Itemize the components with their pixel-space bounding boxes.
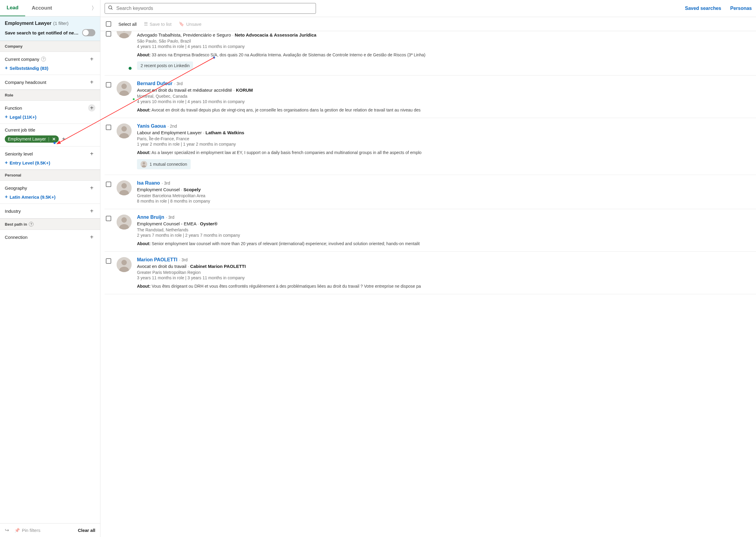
about-text: About: Avocat en droit du travail depuis…	[137, 107, 756, 112]
location: Paris, Île-de-France, France	[137, 136, 756, 141]
section-personal: Personal	[0, 170, 100, 181]
add-filter-button[interactable]: +	[88, 184, 95, 191]
about-text: About: Vous êtes dirigeant ou DRH et vou…	[137, 284, 756, 289]
company-name[interactable]: Cabinet Marion PAOLETTI	[190, 264, 246, 269]
svg-point-15	[121, 183, 127, 188]
result-checkbox[interactable]	[106, 82, 111, 88]
svg-point-12	[143, 162, 145, 165]
location: The Randstad, Netherlands	[137, 227, 756, 232]
action-bar: Select all ☰ Save to list 🔖 Unsave	[101, 17, 756, 31]
filter-value-geography[interactable]: + Latin America (9.5K+)	[5, 194, 95, 200]
job-title: Avocat en droit du travail · Cabinet Mar…	[137, 264, 756, 269]
connection-degree: · 3rd	[179, 257, 188, 262]
save-search-toggle[interactable]	[82, 29, 95, 36]
company-name[interactable]: Neto Advocacia & Assessoria Jurídica	[235, 32, 316, 37]
add-filter-button[interactable]: +	[88, 56, 95, 62]
result-checkbox[interactable]	[106, 258, 111, 264]
location: Montreal, Quebec, Canada	[137, 94, 756, 99]
avatar[interactable]	[117, 123, 132, 139]
connection-degree: · 2nd	[168, 124, 177, 129]
avatar[interactable]	[117, 257, 132, 272]
filter-value-function[interactable]: + Legal (11K+)	[5, 114, 95, 120]
saved-searches-link[interactable]: Saved searches	[685, 6, 721, 11]
svg-line-1	[111, 8, 112, 10]
location: Greater Barcelona Metropolitan Area	[137, 193, 756, 198]
add-filter-button[interactable]: +	[88, 207, 95, 215]
result-row: Yanis Gaoua · 2ndLabour and Employment L…	[105, 118, 756, 175]
section-company: Company	[0, 41, 100, 52]
search-icon	[108, 5, 113, 12]
filter-value-seniority[interactable]: + Entry Level (9.5K+)	[5, 160, 95, 166]
avatar[interactable]	[117, 31, 132, 38]
presence-online-icon	[128, 66, 132, 70]
job-title: Employment Counsel · Scopely	[137, 187, 756, 192]
pin-filters-button[interactable]: 📌 Pin filters	[15, 528, 40, 533]
filter-headcount: Company headcount +	[0, 75, 100, 90]
add-filter-button[interactable]: +	[88, 233, 95, 241]
help-icon[interactable]: ?	[41, 57, 46, 62]
filter-label: Current company	[5, 57, 39, 62]
add-chip-button[interactable]: +	[62, 136, 65, 143]
search-box[interactable]	[105, 3, 316, 14]
filter-label: Geography	[5, 186, 27, 190]
avatar[interactable]	[117, 215, 132, 229]
unsave-button: 🔖 Unsave	[179, 21, 201, 27]
avatar[interactable]	[117, 181, 132, 195]
sidebar: Lead Account 〉 Employment Lawyer (1 filt…	[0, 0, 101, 537]
result-badge[interactable]: 2 recent posts on Linkedin	[137, 62, 193, 70]
location: São Paulo, São Paulo, Brazil	[137, 39, 756, 43]
filter-industry: Industry +	[0, 204, 100, 219]
filter-label: Industry	[5, 209, 21, 214]
svg-point-9	[121, 126, 127, 132]
job-title: Labour and Employment Lawyer · Latham & …	[137, 130, 756, 135]
save-search-notify-label: Save search to get notified of new re...	[5, 30, 79, 35]
pin-label: Pin filters	[22, 528, 40, 533]
section-role: Role	[0, 90, 100, 101]
result-row: Bernard Dufour · 3rdAvocat en droit du t…	[105, 75, 756, 118]
filter-geography: Geography + + Latin America (9.5K+)	[0, 181, 100, 204]
select-all-checkbox[interactable]	[106, 21, 111, 27]
result-checkbox[interactable]	[106, 182, 111, 187]
tenure: 2 years 7 months in role | 2 years 7 mon…	[137, 233, 756, 238]
filter-connection: Connection +	[0, 230, 100, 244]
filter-current-company: Current company ? + + Selbstständig (83)	[0, 52, 100, 75]
tenure: 3 years 11 months in role | 3 years 11 m…	[137, 275, 756, 280]
select-all-label: Select all	[118, 21, 137, 27]
person-name-link[interactable]: Marion PAOLETTI	[137, 257, 178, 263]
result-row: Isa Ruano · 3rdEmployment Counsel · Scop…	[105, 175, 756, 209]
connection-degree: · 3rd	[162, 181, 170, 186]
filter-chip-employment-lawyer[interactable]: Employment Lawyer | ✕	[5, 136, 59, 143]
person-name-link[interactable]: Bernard Dufour	[137, 81, 172, 86]
company-name[interactable]: KORUM	[236, 88, 253, 93]
filter-seniority: Seniority level + + Entry Level (9.5K+)	[0, 146, 100, 170]
person-name-link[interactable]: Yanis Gaoua	[137, 123, 166, 129]
connection-degree: · 3rd	[166, 215, 175, 220]
company-name[interactable]: Scopely	[184, 187, 201, 192]
tab-account[interactable]: Account	[25, 0, 59, 16]
personas-link[interactable]: Personas	[730, 6, 752, 11]
svg-point-0	[108, 6, 112, 9]
chevron-right-icon[interactable]: 〉	[88, 5, 100, 12]
company-name[interactable]: Oyster®	[200, 221, 218, 226]
result-checkbox[interactable]	[106, 216, 111, 221]
add-filter-button[interactable]: +	[88, 104, 95, 111]
avatar[interactable]	[117, 81, 132, 96]
result-checkbox[interactable]	[106, 125, 111, 130]
pin-icon: 📌	[15, 528, 20, 533]
result-badge[interactable]: 1 mutual connection	[137, 159, 190, 169]
person-name-link[interactable]: Anne Bruijn	[137, 215, 164, 220]
redo-icon[interactable]: ↪	[5, 527, 9, 533]
tab-lead[interactable]: Lead	[0, 0, 25, 16]
results-list[interactable]: Advogado Trabalhista, Previdenciário e S…	[101, 31, 756, 537]
remove-chip-icon[interactable]: ✕	[52, 137, 56, 142]
result-checkbox[interactable]	[106, 31, 111, 37]
search-input[interactable]	[116, 6, 313, 11]
result-row: Advogado Trabalhista, Previdenciário e S…	[105, 31, 756, 75]
add-filter-button[interactable]: +	[88, 150, 95, 157]
filter-value-current-company[interactable]: + Selbstständig (83)	[5, 65, 95, 71]
company-name[interactable]: Latham & Watkins	[205, 130, 244, 135]
add-filter-button[interactable]: +	[88, 78, 95, 86]
person-name-link[interactable]: Isa Ruano	[137, 181, 160, 186]
clear-all-button[interactable]: Clear all	[78, 528, 95, 533]
help-icon[interactable]: ?	[29, 222, 34, 227]
